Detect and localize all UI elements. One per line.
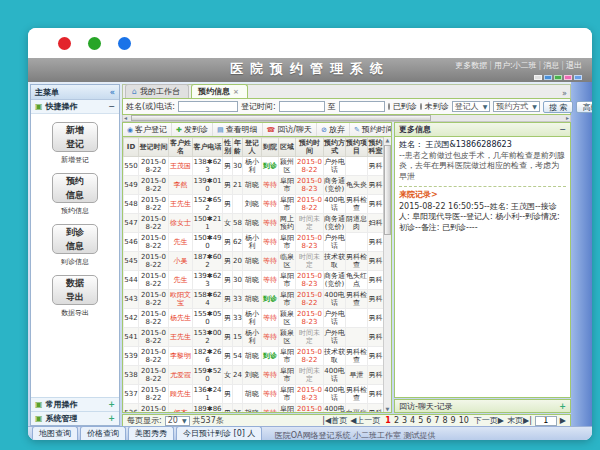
page-number[interactable]: 6: [426, 416, 431, 425]
collapse-panel-icon[interactable]: −: [559, 125, 566, 134]
registrar-select[interactable]: 登记人 ▼: [452, 101, 491, 112]
page-number[interactable]: 9: [451, 416, 456, 425]
sidebar-button-到诊信息[interactable]: 到诊信息: [52, 224, 98, 254]
titlebar-link[interactable]: 更多数据: [455, 61, 487, 70]
toolbar-button-预约时间修改[interactable]: ✎预约时间修改: [350, 123, 391, 136]
page-number[interactable]: 3: [402, 416, 407, 425]
skin-swatch[interactable]: [574, 75, 582, 80]
scrollbar-thumb[interactable]: [131, 115, 431, 121]
table-row[interactable]: 5432015-08-22欧阳文宝158✱624男33胡晓到诊阜阳市2015-0…: [124, 290, 384, 309]
scrollbar-thumb[interactable]: [384, 145, 391, 235]
table-row[interactable]: 5372015-08-22顾先生136✱241男胡晓等待阜阳市2015-08-2…: [124, 385, 384, 404]
table-row[interactable]: 5502015-08-22王茂国138✱623男30杨小利到诊颍州区2015-0…: [124, 157, 384, 176]
page-number[interactable]: 2: [394, 416, 399, 425]
titlebar-link[interactable]: 用户:小二班: [494, 61, 537, 70]
bottom-tab[interactable]: 美图秀秀: [128, 426, 174, 440]
chat-record-bar[interactable]: 回访-聊天-记录 +: [394, 399, 571, 413]
scroll-up-icon[interactable]: ▲: [384, 137, 391, 143]
table-row[interactable]: 5422015-08-22杨先生155✱050男33杨小利等待颍泉区2015-0…: [124, 309, 384, 328]
prev-page-button[interactable]: ◀上一页: [350, 415, 380, 426]
column-header[interactable]: 登记人: [243, 138, 262, 157]
time-from-input[interactable]: [279, 101, 325, 112]
column-header[interactable]: 预约时间: [296, 138, 324, 157]
table-row[interactable]: 5452015-08-22小吴187✱602男20胡晓等待临泉区时间未定技术获取…: [124, 252, 384, 271]
expand-panel-icon[interactable]: +: [559, 402, 566, 411]
tab-appointment-info[interactable]: 预约信息 ×: [191, 84, 248, 98]
quick-actions-header[interactable]: ▣ 快捷操作 −: [31, 100, 119, 114]
table-row[interactable]: 5382015-08-22尤爱霞159✱520女24刘晓等待阜阳市时间未定400…: [124, 366, 384, 385]
table-row[interactable]: 5492015-08-22李然139✱010男21胡晓等待阜阳市2015-08-…: [124, 176, 384, 195]
method-select[interactable]: 预约方式 ▼: [493, 101, 540, 112]
column-header[interactable]: 登记时间: [139, 138, 169, 157]
column-header[interactable]: 客户电话: [193, 138, 223, 157]
sidebar-button-新增登记[interactable]: 新增登记: [52, 122, 98, 152]
scroll-down-icon[interactable]: ▼: [384, 406, 391, 412]
page-number[interactable]: 8: [442, 416, 447, 425]
table-row[interactable]: 5392015-08-22李黎明182✱266男54胡晓到诊阜阳市2015-08…: [124, 347, 384, 366]
skin-swatch[interactable]: [564, 75, 572, 80]
expand-icon[interactable]: +: [108, 400, 115, 409]
column-header[interactable]: 预约方式: [324, 138, 346, 157]
page-number[interactable]: 4: [410, 416, 415, 425]
skin-swatch[interactable]: [554, 75, 562, 80]
bottom-tab[interactable]: 价格查询: [80, 426, 126, 440]
sidebar-button-预约信息[interactable]: 预约信息: [52, 173, 98, 203]
maximize-traffic-light[interactable]: [118, 37, 131, 50]
collapse-section-icon[interactable]: −: [108, 102, 115, 111]
advanced-search-button[interactable]: 高级搜索: [576, 101, 592, 113]
table-row[interactable]: 5362015-08-22何杰189✱868男35胡晓等待阜阳市2015-08-…: [124, 404, 384, 413]
column-header[interactable]: 预约科室: [368, 138, 384, 157]
expand-icon[interactable]: +: [108, 414, 115, 423]
toolbar-button-发到诊[interactable]: ✚发到诊: [172, 123, 213, 136]
skin-swatch[interactable]: [534, 75, 542, 80]
time-to-input[interactable]: [339, 101, 385, 112]
sidebar-accordion-系统管理[interactable]: ▣系统管理+: [31, 411, 119, 425]
goto-page-button[interactable]: ▶: [560, 416, 566, 425]
table-row[interactable]: 5442015-08-22先生139✱623男30胡晓等待阜阳市2015-08-…: [124, 271, 384, 290]
table-row[interactable]: 5462015-08-22先生150✱490男62杨小利等待阜阳市2015-08…: [124, 233, 384, 252]
sidebar-button-数据导出[interactable]: 数据导出: [52, 275, 98, 305]
table-row[interactable]: 5482015-08-22王先生152✱652男刘晓等待阜阳市2015-08-2…: [124, 195, 384, 214]
toolbar-button-放弃[interactable]: ⊘放弃: [317, 123, 350, 136]
page-number[interactable]: 1: [385, 416, 391, 425]
keyword-input[interactable]: [178, 101, 238, 112]
column-header[interactable]: 性别: [223, 138, 233, 157]
first-page-button[interactable]: |◀首页: [322, 415, 347, 426]
column-header[interactable]: 年龄: [233, 138, 243, 157]
column-header[interactable]: ID: [124, 138, 139, 157]
tab-workbench[interactable]: ⌂ 我的工作台: [125, 84, 189, 98]
page-number[interactable]: 10: [459, 416, 469, 425]
close-tab-icon[interactable]: ×: [233, 88, 239, 96]
titlebar-link[interactable]: 退出: [566, 61, 582, 70]
close-traffic-light[interactable]: [58, 37, 71, 50]
scroll-right-icon[interactable]: ▸: [566, 114, 569, 121]
horizontal-scrollbar[interactable]: ◂ ▸: [122, 115, 571, 122]
toolbar-button-客户登记[interactable]: ◉客户登记: [123, 123, 172, 136]
column-header[interactable]: 区域: [279, 138, 296, 157]
skin-swatch[interactable]: [544, 75, 552, 80]
bottom-tab[interactable]: 今日预计到诊 [0] 人: [176, 426, 262, 440]
sidebar-collapse-icon[interactable]: «: [110, 88, 115, 97]
column-header[interactable]: 客户姓名: [169, 138, 193, 157]
last-page-button[interactable]: 末页▶|: [507, 415, 532, 426]
arrived-radio[interactable]: [388, 103, 390, 110]
per-page-select[interactable]: 20 ▼: [165, 416, 190, 426]
titlebar-link[interactable]: 消息: [543, 61, 559, 70]
toolbar-button-查看明细[interactable]: ▤查看明细: [213, 123, 263, 136]
search-button[interactable]: 搜 索: [543, 101, 574, 113]
not-arrived-radio[interactable]: [420, 103, 422, 110]
table-row[interactable]: 5412015-08-22王先生153✱002男15杨小利等待颍泉区时间未定户外…: [124, 328, 384, 347]
sidebar-accordion-常用操作[interactable]: ▣常用操作+: [31, 397, 119, 411]
goto-page-input[interactable]: [535, 416, 557, 426]
vertical-scrollbar[interactable]: ▲ ▼: [383, 137, 391, 412]
column-header[interactable]: 预约项目: [346, 138, 368, 157]
page-number[interactable]: 7: [434, 416, 439, 425]
tab-overflow-icon[interactable]: »: [562, 89, 567, 98]
bottom-tab[interactable]: 地图查询: [32, 426, 78, 440]
toolbar-button-回访/聊天[interactable]: ☎回访/聊天: [263, 123, 317, 136]
next-page-button[interactable]: 下一页▶: [474, 415, 504, 426]
page-number[interactable]: 5: [418, 416, 423, 425]
table-row[interactable]: 5472015-08-22徐女士150✱211女58胡晓等待网上预约时间未定商务…: [124, 214, 384, 233]
minimize-traffic-light[interactable]: [88, 37, 101, 50]
column-header[interactable]: 到院: [262, 138, 279, 157]
